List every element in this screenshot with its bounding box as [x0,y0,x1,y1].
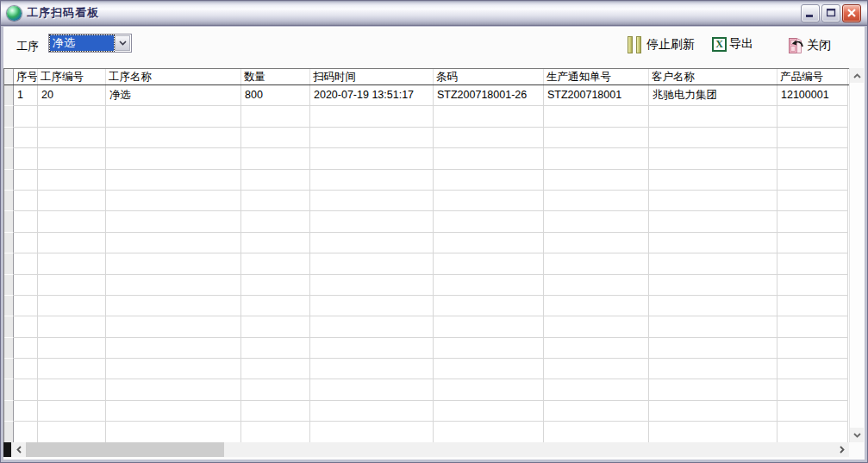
combobox-value[interactable]: 净选 [50,35,114,51]
grid-cell-empty [310,316,434,337]
minimize-icon [806,9,815,17]
grid-cell-empty [544,211,649,232]
grid-cell-empty [106,128,241,148]
grid-cell-empty [544,148,649,169]
process-combobox[interactable]: 净选 [48,34,132,53]
row-indicator[interactable] [4,85,14,106]
grid-cell-empty [38,379,106,400]
grid-cell-empty [544,106,649,127]
grid-cell-empty [106,148,241,169]
grid-cell-empty [14,379,38,400]
horizontal-scrollbar[interactable] [3,442,849,457]
grid-cell-empty [241,422,310,442]
table-row-empty [4,106,849,127]
grid-cell-empty [310,296,434,316]
grid-cell[interactable]: 1 [14,85,38,106]
combobox-dropdown-button[interactable] [115,35,130,51]
stop-refresh-button[interactable]: 停止刷新 [628,36,695,53]
pause-icon [628,36,641,53]
minimize-button[interactable] [801,4,820,22]
chevron-up-icon [853,73,861,78]
row-indicator [4,191,14,211]
header-cell[interactable]: 条码 [434,69,544,84]
header-cell[interactable]: 扫码时间 [310,69,434,84]
grid-body: 120净选8002020-07-19 13:51:17STZ200718001-… [4,85,849,442]
grid-cell-empty [544,359,649,379]
window-controls [801,4,867,22]
table-row-empty [4,316,849,337]
grid-cell-empty [434,359,544,379]
grid-cell-empty [434,191,544,211]
table-row-empty [4,379,849,400]
grid-cell[interactable]: STZ200718001-26 [434,85,544,106]
export-label: 导出 [729,36,753,52]
grid-cell-empty [649,191,777,211]
header-cell[interactable]: 产品编号 [777,69,848,84]
horizontal-scroll-track[interactable] [224,442,834,457]
grid-cell-empty [38,170,106,191]
vertical-scrollbar[interactable] [849,68,864,442]
grid-cell-empty [106,191,241,211]
grid-cell-empty [777,211,848,232]
grid-cell-empty [106,253,241,274]
grid-cell-empty [777,148,848,169]
header-cell[interactable]: 数量 [241,69,310,84]
grid-cell-empty [14,359,38,379]
grid-cell-empty [434,379,544,400]
table-row-empty [4,191,849,211]
grid-cell-empty [777,316,848,337]
grid-cell[interactable]: 2020-07-19 13:51:17 [310,85,434,106]
scroll-right-button[interactable] [834,442,849,457]
grid-cell-empty [544,379,649,400]
export-button[interactable]: X 导出 [712,36,753,52]
table-row-empty [4,170,849,191]
grid-cell-empty [38,106,106,127]
grid-cell-empty [310,275,434,296]
horizontal-scroll-thumb[interactable] [26,442,224,457]
close-button[interactable] [842,4,861,22]
grid-cell-empty [649,148,777,169]
grid-cell[interactable]: 12100001 [777,85,848,106]
grid-cell-empty [241,233,310,253]
close-app-button[interactable]: 关闭 [786,36,831,55]
header-cell[interactable]: 序号 [14,69,38,84]
grid-cell-empty [106,422,241,442]
row-indicator [4,401,14,422]
grid-cell[interactable]: 20 [38,85,106,106]
table-row-empty [4,401,849,422]
vertical-scroll-track[interactable] [850,83,864,428]
grid-cell-empty [241,401,310,422]
title-bar[interactable]: 工序扫码看板 [1,1,867,26]
row-indicator [4,233,14,253]
grid-cell[interactable]: 兆驰电力集团 [649,85,777,106]
grid-cell-empty [14,401,38,422]
maximize-button[interactable] [821,4,840,22]
grid-cell-empty [241,170,310,191]
grid-header-row: 序号工序编号工序名称数量扫码时间条码生产通知单号客户名称产品编号 [4,69,849,85]
grid-cell-empty [544,253,649,274]
grid-cell-empty [434,275,544,296]
header-cell[interactable]: 客户名称 [649,69,777,84]
scroll-up-button[interactable] [850,68,864,83]
grid-cell[interactable]: 净选 [106,85,241,106]
grid-cell-empty [649,338,777,359]
table-row-empty [4,296,849,316]
grid-cell[interactable]: STZ200718001 [544,85,649,106]
header-cell[interactable]: 工序名称 [106,69,241,84]
grid-cell-empty [14,211,38,232]
scroll-left-button[interactable] [11,442,26,457]
row-indicator [4,128,14,148]
grid-cell-empty [434,296,544,316]
grid-cell-empty [14,253,38,274]
grid-cell[interactable]: 800 [241,85,310,106]
scroll-down-button[interactable] [850,428,864,442]
grid-cell-empty [38,401,106,422]
grid-cell-empty [38,148,106,169]
grid-cell-empty [106,379,241,400]
header-cell[interactable]: 工序编号 [38,69,106,84]
grid-cell-empty [544,170,649,191]
header-cell[interactable]: 生产通知单号 [544,69,649,84]
grid-cell-empty [310,253,434,274]
grid-cell-empty [544,422,649,442]
grid-cell-empty [649,233,777,253]
